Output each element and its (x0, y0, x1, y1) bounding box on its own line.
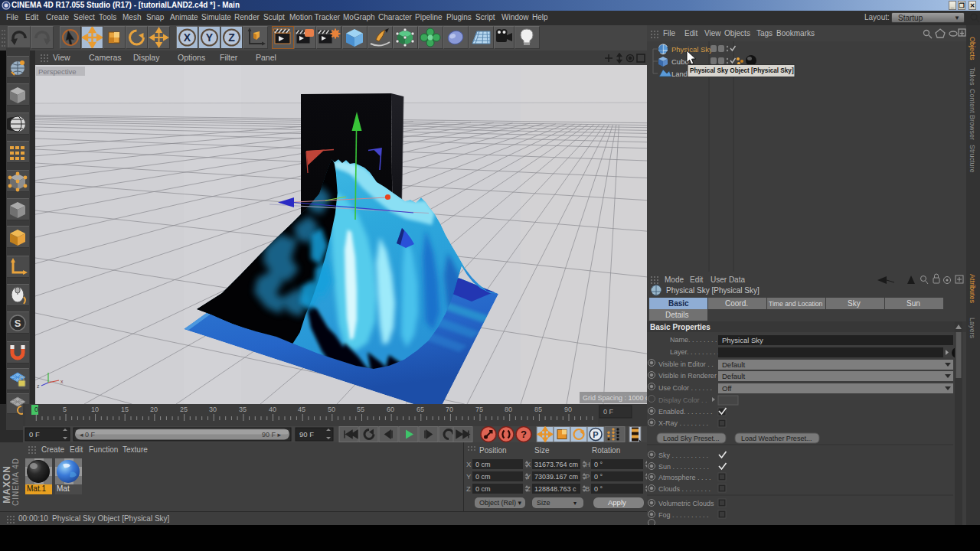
svg-text:Y: Y (206, 31, 214, 44)
svg-text:Grid Spacing : 1000 cm: Grid Spacing : 1000 cm (583, 394, 647, 402)
svg-text:35: 35 (239, 406, 247, 413)
svg-text:Load Weather Preset...: Load Weather Preset... (741, 435, 812, 442)
svg-text:▾: ▾ (573, 500, 577, 507)
svg-text:0 °: 0 ° (594, 485, 603, 493)
svg-text:15: 15 (121, 406, 129, 413)
svg-text:10: 10 (91, 406, 99, 413)
svg-text:Default: Default (722, 360, 745, 369)
svg-text:B: B (585, 484, 590, 493)
svg-text:Display Color . .: Display Color . . (658, 396, 707, 404)
svg-text:X: X (184, 31, 191, 44)
svg-text:Y: Y (466, 472, 472, 481)
svg-text:Volumetric Clouds: Volumetric Clouds (658, 500, 714, 507)
svg-text:Physical Sky: Physical Sky (722, 336, 763, 344)
svg-text:40: 40 (269, 406, 276, 413)
svg-text:Physical Sky: Physical Sky (671, 45, 713, 54)
svg-text:Tags: Tags (756, 29, 773, 37)
svg-text:Clouds . . . . . . . .: Clouds . . . . . . . . (658, 485, 710, 493)
svg-text:H: H (585, 460, 590, 468)
svg-text:Details: Details (665, 311, 689, 319)
svg-text:Off: Off (722, 384, 732, 393)
svg-text:Sun: Sun (906, 299, 920, 308)
svg-text:Use Color . . . . . .: Use Color . . . . . . (658, 384, 712, 392)
svg-text:0 °: 0 ° (594, 461, 603, 468)
svg-text:Time and Location: Time and Location (769, 300, 823, 308)
svg-text:Fog . . . . . . . . . .: Fog . . . . . . . . . . (658, 511, 709, 519)
svg-text:5: 5 (63, 406, 67, 413)
svg-text:Apply: Apply (608, 498, 626, 507)
svg-text:0 cm: 0 cm (475, 461, 491, 468)
svg-text:55: 55 (357, 406, 364, 413)
svg-text:80: 80 (505, 406, 512, 413)
svg-text:0 °: 0 ° (594, 473, 603, 481)
svg-text:Coord.: Coord. (725, 299, 748, 308)
svg-text:Cube: Cube (671, 57, 689, 66)
svg-text:30: 30 (209, 406, 217, 413)
svg-text:Mode: Mode (665, 276, 684, 284)
svg-text:85: 85 (534, 406, 542, 413)
svg-text:P: P (593, 430, 598, 439)
svg-text:25: 25 (180, 406, 188, 413)
svg-text:0 cm: 0 cm (475, 485, 491, 493)
svg-text:70: 70 (446, 406, 453, 413)
svg-text:0 F: 0 F (29, 430, 40, 439)
svg-text:90: 90 (564, 406, 572, 413)
svg-text:Physical Sky Object [Physical: Physical Sky Object [Physical Sky] (690, 67, 794, 74)
svg-text:45: 45 (298, 406, 305, 413)
svg-text:60: 60 (387, 406, 394, 413)
svg-text:128848.763 c: 128848.763 c (534, 485, 577, 493)
svg-text:Visible in Renderer: Visible in Renderer (658, 372, 717, 380)
svg-text:90 F: 90 F (299, 430, 314, 439)
svg-text:Edit: Edit (690, 276, 703, 284)
svg-text:Sky . . . . . . . . . .: Sky . . . . . . . . . . (658, 452, 708, 459)
svg-text:S: S (15, 318, 21, 329)
svg-text:Z: Z (228, 31, 235, 44)
svg-text:User Data: User Data (710, 276, 745, 284)
svg-text:31673.764 cm: 31673.764 cm (534, 461, 578, 468)
svg-text:Physical Sky [Physical Sky]: Physical Sky [Physical Sky] (666, 286, 760, 295)
svg-text:Name. . . . . . . . . .: Name. . . . . . . . . . (670, 336, 725, 344)
svg-text:z: z (37, 383, 40, 389)
svg-text:Basic Properties: Basic Properties (650, 323, 710, 331)
svg-text:0 F: 0 F (603, 408, 614, 416)
svg-text:Load Sky Preset...: Load Sky Preset... (663, 435, 720, 442)
svg-text:Bookmarks: Bookmarks (776, 29, 815, 37)
svg-text:Edit: Edit (684, 29, 697, 37)
svg-text:Sun . . . . . . . . . .: Sun . . . . . . . . . . (658, 463, 709, 471)
svg-text:0 cm: 0 cm (475, 473, 491, 481)
svg-text:X: X (466, 460, 472, 468)
svg-text:◂ 0 F: ◂ 0 F (80, 431, 96, 439)
svg-text:Visible in Editor . .: Visible in Editor . . (658, 360, 714, 368)
svg-text:View: View (704, 29, 721, 37)
svg-text:P: P (585, 472, 590, 481)
svg-text:Position: Position (479, 446, 507, 455)
svg-text:65: 65 (416, 406, 424, 413)
svg-text:75: 75 (475, 406, 483, 413)
svg-text:Size: Size (534, 446, 550, 455)
svg-text:?: ? (521, 429, 527, 440)
svg-text:20: 20 (150, 406, 158, 413)
svg-text:Layer. . . . . . . . . .: Layer. . . . . . . . . . (670, 348, 724, 356)
svg-text:90 F ▸: 90 F ▸ (262, 431, 282, 439)
svg-text:File: File (663, 29, 676, 37)
svg-text:Size: Size (537, 499, 550, 507)
svg-text:0: 0 (34, 406, 38, 413)
svg-text:Default: Default (722, 372, 745, 380)
svg-text:Basic: Basic (668, 299, 689, 308)
svg-text:50: 50 (328, 406, 335, 413)
svg-text:Objects: Objects (724, 29, 750, 37)
svg-text:Perspective: Perspective (38, 67, 77, 76)
svg-text:Enabled. . . . . . . .: Enabled. . . . . . . . (658, 408, 713, 416)
svg-text:73039.167 cm: 73039.167 cm (534, 473, 578, 481)
svg-text:Object (Rel) ▾: Object (Rel) ▾ (479, 499, 522, 507)
svg-text:Atmosphere . . . .: Atmosphere . . . . (658, 474, 711, 481)
svg-text:x: x (60, 379, 64, 384)
svg-text:X-Ray . . . . . . . .: X-Ray . . . . . . . . (658, 419, 708, 427)
svg-text:Z: Z (466, 484, 471, 493)
svg-text:Rotation: Rotation (592, 446, 620, 455)
svg-text:Sky: Sky (848, 299, 861, 308)
